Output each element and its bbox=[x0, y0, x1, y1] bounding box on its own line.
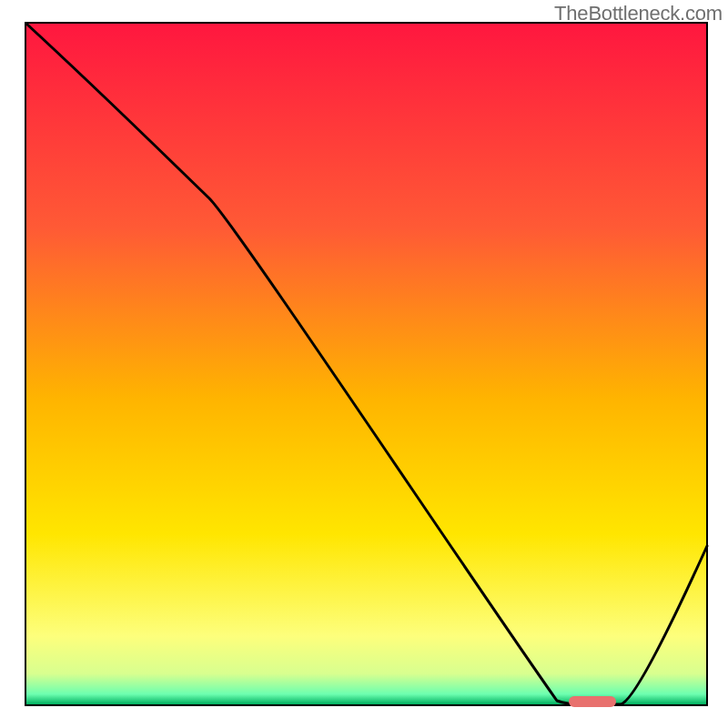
watermark-label: TheBottleneck.com bbox=[554, 2, 723, 25]
chart-stage: TheBottleneck.com bbox=[0, 0, 728, 728]
gradient-backplate bbox=[26, 24, 706, 704]
chart-svg bbox=[0, 0, 728, 728]
trough-marker bbox=[569, 696, 616, 707]
